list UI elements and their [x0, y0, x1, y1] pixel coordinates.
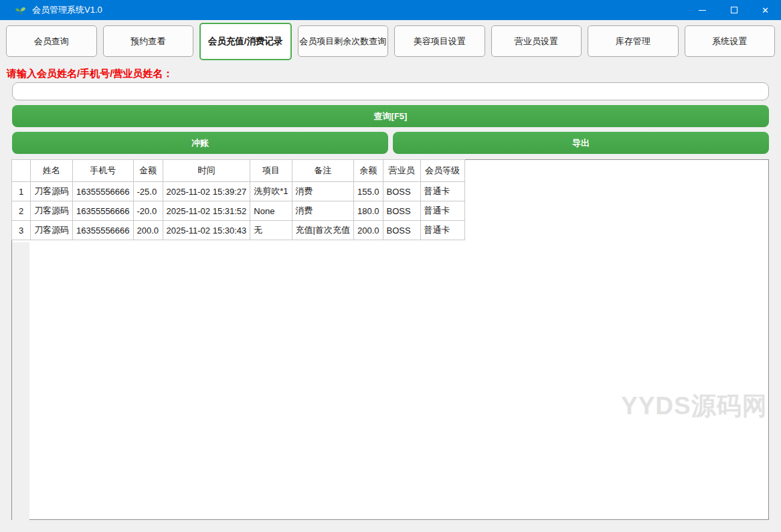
window-title: 会员管理系统V1.0: [32, 4, 102, 16]
table-cell[interactable]: 普通卡: [420, 182, 464, 201]
search-input[interactable]: [12, 82, 769, 100]
table-cell[interactable]: 消费: [292, 201, 353, 221]
records-table: 姓名 手机号 金额 时间 项目 备注 余额 营业员 会员等级 1刀客源码1635…: [11, 159, 465, 240]
table-row[interactable]: 1刀客源码16355556666-25.02025-11-02 15:39:27…: [12, 182, 465, 201]
tab-member-query[interactable]: 会员查询: [6, 25, 97, 57]
table-cell[interactable]: 200.0: [133, 221, 163, 240]
column-header-name[interactable]: 姓名: [31, 160, 73, 182]
table-cell[interactable]: BOSS: [383, 201, 420, 221]
tab-system-settings[interactable]: 系统设置: [685, 25, 776, 57]
app-leaf-icon: [15, 5, 26, 16]
table-header-row: 姓名 手机号 金额 时间 项目 备注 余额 营业员 会员等级: [12, 160, 465, 182]
table-cell[interactable]: 2025-11-02 15:31:52: [163, 201, 250, 221]
table-cell[interactable]: 充值|首次充值: [292, 221, 353, 240]
table-cell[interactable]: 2025-11-02 15:30:43: [163, 221, 250, 240]
table-cell[interactable]: 消费: [292, 182, 353, 201]
table-cell[interactable]: BOSS: [383, 182, 420, 201]
window-controls: ✕: [687, 0, 781, 20]
column-header-amount[interactable]: 金额: [133, 160, 163, 182]
tab-recharge-consumption-records[interactable]: 会员充值/消费记录: [199, 23, 292, 60]
maximize-icon: [731, 7, 737, 13]
tab-salesperson-settings[interactable]: 营业员设置: [491, 25, 582, 57]
table-cell[interactable]: 180.0: [353, 201, 383, 221]
table-cell[interactable]: 普通卡: [420, 201, 464, 221]
table-cell[interactable]: 16355556666: [73, 221, 134, 240]
row-header-gutter: [12, 242, 29, 520]
close-icon: ✕: [762, 6, 769, 15]
row-number-cell[interactable]: 1: [12, 182, 31, 201]
column-header-salesperson[interactable]: 营业员: [383, 160, 420, 182]
search-prompt-label: 请输入会员姓名/手机号/营业员姓名：: [7, 68, 173, 80]
table-row[interactable]: 2刀客源码16355556666-20.02025-11-02 15:31:52…: [12, 201, 465, 221]
maximize-button[interactable]: [718, 0, 750, 20]
tab-reservation-view[interactable]: 预约查看: [103, 25, 194, 57]
column-header-balance[interactable]: 余额: [353, 160, 383, 182]
minimize-icon: [699, 10, 706, 11]
close-button[interactable]: ✕: [750, 0, 781, 20]
tab-beauty-project-settings[interactable]: 美容项目设置: [394, 25, 485, 57]
column-header-phone[interactable]: 手机号: [73, 160, 134, 182]
tab-inventory-management[interactable]: 库存管理: [588, 25, 679, 57]
titlebar: 会员管理系统V1.0 ✕: [0, 0, 781, 20]
table-cell[interactable]: None: [250, 201, 292, 221]
table-cell[interactable]: 刀客源码: [31, 182, 73, 201]
table-cell[interactable]: BOSS: [383, 221, 420, 240]
table-cell[interactable]: 刀客源码: [31, 221, 73, 240]
minimize-button[interactable]: [687, 0, 718, 20]
table-cell[interactable]: 普通卡: [420, 221, 464, 240]
tab-bar: 会员查询 预约查看 会员充值/消费记录 会员项目剩余次数查询 美容项目设置 营业…: [6, 21, 775, 60]
tab-project-remaining-count-query[interactable]: 会员项目剩余次数查询: [298, 25, 389, 57]
records-panel: 姓名 手机号 金额 时间 项目 备注 余额 营业员 会员等级 1刀客源码1635…: [11, 159, 769, 520]
table-cell[interactable]: -25.0: [133, 182, 163, 201]
table-cell[interactable]: 无: [250, 221, 292, 240]
table-cell[interactable]: 洗剪吹*1: [250, 182, 292, 201]
export-button[interactable]: 导出: [393, 132, 769, 154]
table-cell[interactable]: 155.0: [353, 182, 383, 201]
row-number-cell[interactable]: 3: [12, 221, 31, 240]
row-number-cell[interactable]: 2: [12, 201, 31, 221]
table-row[interactable]: 3刀客源码16355556666200.02025-11-02 15:30:43…: [12, 221, 465, 240]
table-cell[interactable]: 16355556666: [73, 201, 134, 221]
table-cell[interactable]: -20.0: [133, 201, 163, 221]
reverse-account-button[interactable]: 冲账: [12, 132, 388, 154]
table-cell[interactable]: 2025-11-02 15:39:27: [163, 182, 250, 201]
table-cell[interactable]: 200.0: [353, 221, 383, 240]
column-header-member-level[interactable]: 会员等级: [420, 160, 464, 182]
column-header-rownum[interactable]: [12, 160, 31, 182]
column-header-remark[interactable]: 备注: [292, 160, 353, 182]
watermark-text: YYDS源码网: [621, 389, 768, 423]
table-cell[interactable]: 刀客源码: [31, 201, 73, 221]
table-cell[interactable]: 16355556666: [73, 182, 134, 201]
column-header-project[interactable]: 项目: [250, 160, 292, 182]
query-button[interactable]: 查询[F5]: [12, 105, 769, 127]
column-header-time[interactable]: 时间: [163, 160, 250, 182]
